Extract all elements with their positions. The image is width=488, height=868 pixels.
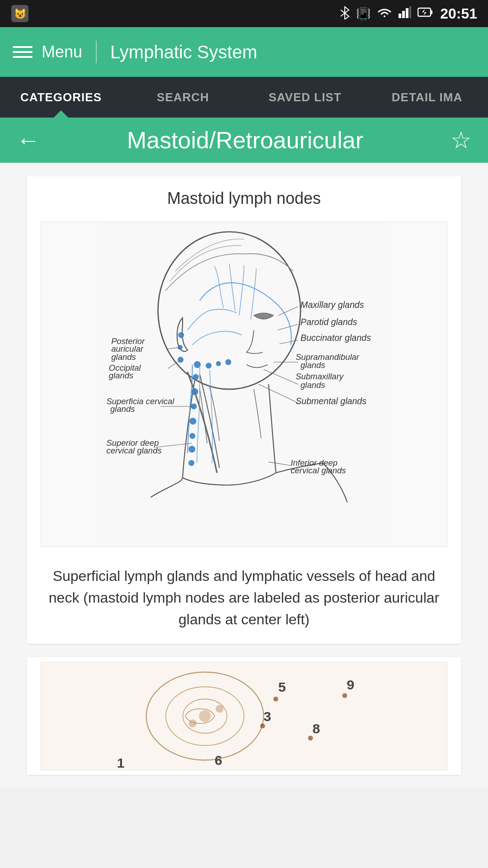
anatomy-image-1: Maxillary glands Parotid glands Buccinat… xyxy=(41,222,447,547)
svg-point-62 xyxy=(216,705,223,712)
card-partial: 5 9 3 8 1 6 xyxy=(27,657,461,775)
svg-point-26 xyxy=(178,357,183,363)
status-bar: 😺 📳 xyxy=(0,0,488,27)
svg-rect-9 xyxy=(418,8,431,16)
charge-icon xyxy=(418,6,434,21)
svg-text:Maxillary glands: Maxillary glands xyxy=(300,300,364,310)
back-button[interactable]: ← xyxy=(16,127,40,154)
wifi-icon xyxy=(377,6,392,21)
app-icon: 😺 xyxy=(11,5,29,23)
svg-point-73 xyxy=(308,736,313,741)
svg-rect-10 xyxy=(431,10,432,14)
tab-categories[interactable]: CATEGORIES xyxy=(0,77,122,118)
svg-point-63 xyxy=(189,720,197,727)
favorite-button[interactable]: ☆ xyxy=(450,127,472,154)
svg-point-22 xyxy=(216,361,221,366)
svg-rect-5 xyxy=(399,14,401,18)
svg-text:6: 6 xyxy=(215,753,222,768)
tab-saved[interactable]: SAVED LIST xyxy=(244,77,366,118)
app-header: Menu Lymphatic System xyxy=(0,27,488,77)
card-mastoid: Mastoid lymph nodes xyxy=(27,176,461,644)
vibrate-icon: 📳 xyxy=(356,7,371,21)
svg-rect-8 xyxy=(409,6,411,18)
svg-point-23 xyxy=(225,359,231,365)
menu-label: Menu xyxy=(42,42,82,61)
svg-text:glands: glands xyxy=(300,380,325,390)
anatomy-svg: Maxillary glands Parotid glands Buccinat… xyxy=(41,222,447,547)
tab-search[interactable]: SEARCH xyxy=(122,77,244,118)
svg-text:Buccinator glands: Buccinator glands xyxy=(300,333,371,343)
svg-text:5: 5 xyxy=(278,679,286,694)
header-divider xyxy=(96,41,97,63)
svg-text:cervical glands: cervical glands xyxy=(106,446,161,455)
svg-text:glands: glands xyxy=(109,371,133,380)
section-header: ← Mastoid/Retroauricular ☆ xyxy=(0,118,488,163)
svg-line-4 xyxy=(341,13,345,16)
svg-point-13 xyxy=(194,361,201,368)
svg-rect-6 xyxy=(402,11,405,18)
tab-bar: CATEGORIES SEARCH SAVED LIST DETAIL IMA xyxy=(0,77,488,118)
svg-text:cervical glands: cervical glands xyxy=(291,466,346,475)
bluetooth-icon xyxy=(340,5,350,23)
svg-text:Submental glands: Submental glands xyxy=(296,396,366,406)
signal-icon xyxy=(399,6,411,21)
svg-text:1: 1 xyxy=(117,755,125,770)
main-content: Mastoid lymph nodes xyxy=(0,163,488,788)
svg-line-3 xyxy=(341,10,345,13)
anatomy-image-2: 5 9 3 8 1 6 xyxy=(41,662,447,770)
svg-text:8: 8 xyxy=(312,721,320,736)
svg-point-20 xyxy=(188,460,194,466)
svg-text:9: 9 xyxy=(347,677,354,692)
svg-text:Parotid glands: Parotid glands xyxy=(300,317,357,327)
svg-point-19 xyxy=(188,446,195,453)
status-icons: 📳 20:51 xyxy=(340,5,477,23)
svg-point-17 xyxy=(189,418,196,425)
menu-button[interactable] xyxy=(13,46,33,58)
svg-point-14 xyxy=(193,374,199,380)
svg-point-61 xyxy=(199,710,211,722)
section-title: Mastoid/Retroauricular xyxy=(40,127,450,154)
svg-text:glands: glands xyxy=(300,360,325,370)
svg-text:😺: 😺 xyxy=(14,8,27,20)
tab-detail[interactable]: DETAIL IMA xyxy=(366,77,488,118)
svg-point-18 xyxy=(189,433,195,439)
svg-text:glands: glands xyxy=(110,404,135,414)
svg-rect-7 xyxy=(406,8,408,18)
svg-point-71 xyxy=(342,693,347,698)
status-time: 20:51 xyxy=(440,5,477,22)
header-title: Lymphatic System xyxy=(110,42,257,62)
svg-text:3: 3 xyxy=(263,709,271,724)
svg-point-21 xyxy=(206,363,211,368)
svg-point-15 xyxy=(192,388,198,395)
svg-point-70 xyxy=(273,697,278,702)
anatomy-svg-2: 5 9 3 8 1 6 xyxy=(41,662,447,770)
svg-point-24 xyxy=(178,332,184,338)
svg-point-72 xyxy=(260,723,265,728)
svg-text:glands: glands xyxy=(111,352,136,362)
card-caption: Superficial lymph glands and lymphatic v… xyxy=(27,556,461,644)
card-title: Mastoid lymph nodes xyxy=(27,176,461,217)
status-bar-left: 😺 xyxy=(11,5,29,23)
